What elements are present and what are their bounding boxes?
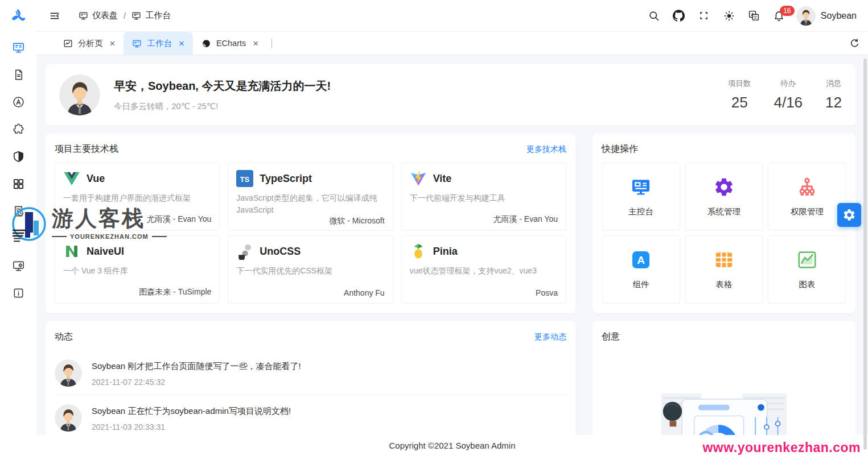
tab-workbench[interactable]: 工作台 × [124, 32, 192, 55]
echarts-icon [201, 39, 211, 48]
tech-author: 尤雨溪 - Evan You [410, 214, 558, 225]
scrollbar-thumb[interactable] [863, 59, 867, 450]
more-activity-link[interactable]: 更多动态 [534, 332, 566, 342]
breadcrumb-item-dashboard[interactable]: 仪表盘 [79, 10, 118, 21]
sidebar-item-document[interactable] [7, 64, 30, 86]
breadcrumb-item-workbench[interactable]: 工作台 [131, 10, 171, 21]
creative-illustration [651, 389, 797, 435]
shortcut-system[interactable]: 系统管理 [685, 163, 763, 231]
tech-name: Vite [433, 173, 452, 185]
github-icon [673, 10, 685, 22]
copyright-text: Copyright ©2021 Soybean Admin [389, 441, 515, 450]
theme-settings-button[interactable] [837, 203, 861, 227]
stat-label: 消息 [825, 78, 842, 89]
fullscreen-button[interactable] [693, 5, 715, 27]
close-icon[interactable]: × [253, 39, 258, 48]
activity-time: 2021-11-03 20:33:31 [92, 422, 291, 432]
stat-value: 4/16 [774, 94, 803, 111]
tab-echarts[interactable]: ECharts × [193, 32, 267, 55]
main-content: 早安，Soybean, 今天又是充满活力的一天! 今日多云转晴，20℃ - 25… [36, 55, 868, 435]
sun-icon [723, 10, 735, 22]
sidebar-item-dashboard[interactable] [7, 36, 30, 59]
tech-card-vue[interactable]: Vue 一套用于构建用户界面的渐进式框架 尤雨溪 - Evan You [55, 163, 220, 231]
tech-card-vite[interactable]: Vite 下一代前端开发与构建工具 尤雨溪 - Evan You [401, 163, 566, 231]
naiveui-logo-icon [63, 243, 80, 260]
greeting-title: 早安，Soybean, 今天又是充满活力的一天! [114, 78, 331, 94]
theme-button[interactable] [718, 5, 741, 27]
search-icon [648, 10, 660, 22]
activity-time: 2021-11-07 22:45:32 [92, 378, 301, 387]
shortcuts-card: 快捷操作 主控台 系统管理 [593, 134, 855, 313]
shortcut-grid: 主控台 系统管理 权限管理 [593, 163, 855, 304]
tab-bar: 分析页 × 工作台 × ECharts × [36, 32, 868, 55]
refresh-button[interactable] [841, 32, 868, 55]
soybean-logo-icon [10, 8, 26, 24]
shortcut-auth[interactable]: 权限管理 [768, 163, 846, 231]
search-button[interactable] [643, 5, 665, 27]
tech-card-typescript[interactable]: TS TypeScript JavaScript类型的超集，它可以编译成纯Jav… [228, 163, 393, 231]
app-store-icon [12, 96, 25, 109]
app-logo[interactable] [0, 0, 36, 32]
shortcut-table[interactable]: 表格 [685, 235, 763, 304]
avatar [55, 359, 82, 387]
monitor-gear-icon [12, 259, 25, 272]
sidebar-nav [7, 32, 30, 304]
tech-card-pinia[interactable]: Pinia vue状态管理框架，支持vue2、vue3 Posva [401, 235, 566, 304]
activity-text: Soybean 刚才把工作台页面随便写了一些，凑合能看了! [92, 359, 301, 372]
avatar [59, 74, 100, 115]
breadcrumb: 仪表盘 / 工作台 [79, 10, 171, 21]
analysis-chart-icon [63, 39, 73, 48]
stat-value: 25 [728, 94, 751, 111]
tab-divider [271, 39, 272, 48]
sidebar-item-exception[interactable] [7, 200, 30, 222]
document-icon [12, 68, 25, 81]
user-menu[interactable]: Soybean [793, 6, 860, 26]
github-button[interactable] [668, 5, 690, 27]
avatar [796, 6, 816, 26]
section-title: 创意 [602, 331, 620, 343]
sidebar-item-components[interactable] [7, 91, 30, 113]
sidebar-item-auth[interactable] [7, 146, 30, 168]
sidebar-item-plugin[interactable] [7, 118, 30, 140]
tech-card-naiveui[interactable]: NaiveUI 一个 Vue 3 组件库 图森未来 - TuSimple [55, 235, 220, 304]
tech-desc: vue状态管理框架，支持vue2、vue3 [410, 265, 558, 277]
language-button[interactable]: A 文 [743, 5, 766, 27]
ts-letters: TS [240, 175, 250, 184]
tab-analysis[interactable]: 分析页 × [55, 32, 124, 55]
header-actions: A 文 16 Soybean [643, 5, 860, 27]
tech-desc: 下一代实用优先的CSS框架 [236, 265, 384, 277]
tab-label: ECharts [216, 39, 246, 48]
tech-stack-card: 项目主要技术栈 更多技术栈 Vue 一套用于构建用户界面的渐进式框架 尤雨溪 -… [46, 134, 575, 313]
close-icon[interactable]: × [179, 39, 184, 48]
tech-name: NaiveUI [87, 246, 124, 258]
close-icon[interactable]: × [110, 39, 116, 48]
table-icon [713, 249, 735, 271]
sidebar-item-list[interactable] [7, 227, 30, 250]
stat-label: 待办 [774, 78, 803, 89]
user-name: Soybean [821, 11, 857, 21]
sidebar-item-menu[interactable] [7, 173, 30, 195]
more-tech-link[interactable]: 更多技术栈 [526, 144, 566, 155]
notification-button[interactable]: 16 [768, 5, 791, 27]
tech-card-unocss[interactable]: UnoCSS 下一代实用优先的CSS框架 Anthony Fu [228, 235, 393, 304]
shortcut-chart[interactable]: 图表 [768, 235, 846, 304]
tech-author: 图森未来 - TuSimple [63, 287, 211, 297]
tech-name: Vue [87, 173, 105, 185]
menu-collapse-button[interactable] [44, 6, 65, 26]
monitor-icon [132, 39, 142, 48]
typescript-logo-icon: TS [236, 170, 253, 187]
hierarchy-icon [796, 176, 818, 198]
tech-name: Pinia [433, 246, 458, 258]
list-item: Soybean 刚才把工作台页面随便写了一些，凑合能看了! 2021-11-07… [55, 350, 566, 395]
shortcut-component[interactable]: A 组件 [602, 235, 680, 304]
sidebar-item-manage[interactable] [7, 255, 30, 277]
shortcut-label: 主控台 [628, 206, 653, 217]
console-monitor-icon [630, 176, 652, 198]
info-icon [12, 287, 25, 300]
monitor-icon [131, 11, 141, 20]
shortcut-console[interactable]: 主控台 [602, 163, 680, 231]
activity-card: 动态 更多动态 Soybean 刚才把工作台页面随便写了一些，凑合能看了! 20… [46, 321, 575, 435]
tech-desc: 下一代前端开发与构建工具 [410, 192, 558, 204]
sidebar-item-about[interactable] [7, 282, 30, 304]
avatar [55, 404, 82, 432]
